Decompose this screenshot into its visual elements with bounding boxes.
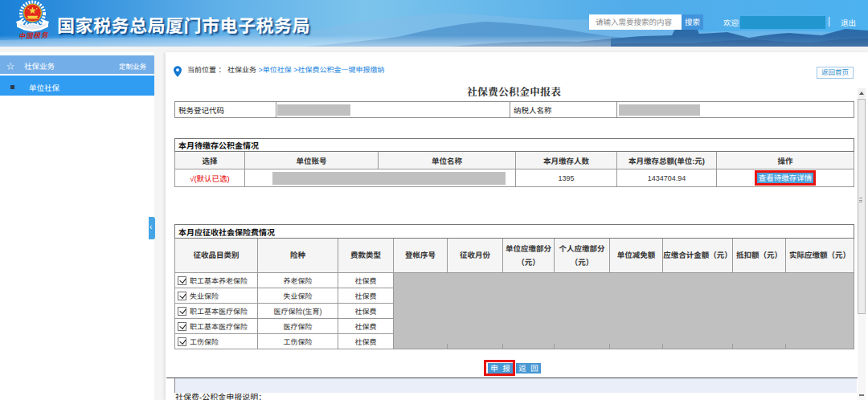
svg-text:中国税务: 中国税务 [18,31,49,40]
